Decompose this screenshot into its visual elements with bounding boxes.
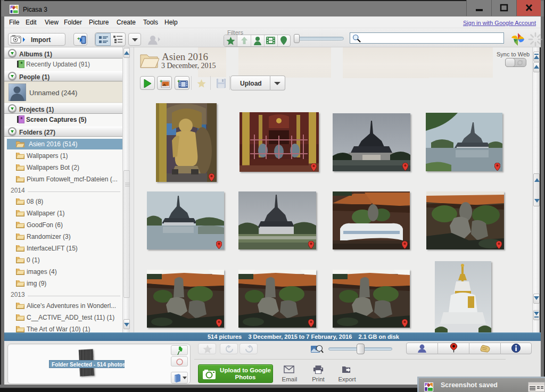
svg-text:*: * xyxy=(20,116,23,122)
svg-text:+: + xyxy=(177,79,180,84)
svg-text:+: + xyxy=(77,36,80,41)
svg-text:*: * xyxy=(20,61,23,67)
svg-text:+: + xyxy=(160,79,162,84)
